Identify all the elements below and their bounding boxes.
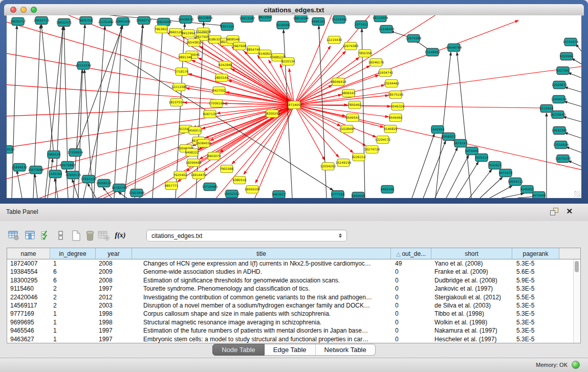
graph-node[interactable]: 11604742 — [378, 69, 394, 77]
table-row[interactable]: 946554611997Estimation of the future num… — [7, 326, 580, 335]
graph-node[interactable]: 9605318 — [79, 17, 93, 25]
graph-node[interactable]: 17957223 — [81, 176, 97, 183]
graph-node[interactable]: 16033809 — [197, 15, 213, 22]
graph-node[interactable]: 15751074 — [563, 38, 579, 46]
graph-node[interactable]: 2718176 — [175, 68, 189, 76]
function-builder-icon[interactable]: f(x) — [114, 229, 127, 242]
graph-node[interactable]: 11548402 — [425, 49, 441, 56]
graph-node[interactable]: 14569117 — [187, 127, 203, 135]
graph-node[interactable]: 8267130 — [203, 111, 217, 118]
network-table-selector[interactable]: citations_edges.txt — [146, 230, 347, 242]
tab-network-table[interactable]: Network Table — [316, 344, 376, 356]
graph-node[interactable]: 8220134 — [281, 58, 295, 65]
graph-node[interactable]: 9806543 — [342, 90, 356, 97]
graph-node[interactable]: 10654112 — [508, 178, 524, 186]
graph-node[interactable]: 2967608 — [233, 42, 247, 50]
graph-node[interactable]: 19565717 — [136, 17, 152, 25]
graph-node[interactable]: 19055717 — [10, 18, 26, 26]
graph-node[interactable]: 9549543 — [346, 114, 360, 122]
new-document-icon[interactable] — [70, 229, 83, 242]
graph-node[interactable]: 8960128 — [169, 29, 183, 36]
close-panel-icon[interactable]: ✕ — [566, 207, 573, 216]
graph-node[interactable]: 8471676 — [499, 169, 513, 177]
graph-node[interactable]: 10653287 — [239, 15, 255, 23]
close-window-button[interactable] — [10, 7, 16, 13]
graph-node[interactable]: 20655715 — [34, 17, 50, 25]
graph-node[interactable]: 10958107 — [96, 180, 112, 187]
select-columns-icon[interactable] — [24, 229, 37, 242]
graph-node[interactable]: 12923448 — [129, 189, 145, 197]
table-row[interactable]: 969969511998Structural magnetic resonanc… — [7, 318, 580, 326]
column-header-out_de[interactable]: △out_de... — [391, 248, 431, 259]
tab-edge-table[interactable]: Edge Table — [265, 344, 316, 356]
graph-node[interactable]: 7625402 — [173, 171, 187, 179]
graph-node[interactable]: 1071912 — [355, 21, 368, 29]
graph-node[interactable]: 6679197 — [454, 140, 468, 147]
table-row[interactable]: 1938455462009Genome-wide association stu… — [7, 268, 580, 276]
vertical-scrollbar[interactable] — [573, 259, 580, 343]
graph-node[interactable]: 12444154 — [551, 96, 567, 103]
graph-node[interactable]: 12974388 — [406, 35, 422, 42]
column-header-name[interactable]: name — [7, 248, 50, 259]
graph-node[interactable]: 7901998 — [220, 165, 234, 173]
table-row[interactable]: 946362711997Embryonic stem cells: a mode… — [7, 335, 580, 343]
graph-node[interactable]: 16648784 — [446, 44, 462, 52]
float-panel-icon[interactable] — [550, 208, 558, 216]
graph-node[interactable]: 18112954 — [373, 15, 388, 22]
graph-node[interactable]: 18046418 — [331, 78, 346, 86]
graph-node[interactable]: 8912954 — [182, 30, 195, 37]
graph-node[interactable]: 15324362 — [332, 16, 347, 24]
graph-node[interactable]: 16914479 — [191, 171, 207, 179]
graph-node[interactable]: 9474448 — [532, 192, 546, 199]
graph-node[interactable]: 8903079 — [207, 152, 221, 160]
column-header-short[interactable]: short — [431, 248, 512, 259]
graph-node[interactable]: 1640954 — [431, 126, 445, 134]
graph-node[interactable]: 18724007 — [287, 101, 302, 109]
graph-node[interactable]: 2935114 — [475, 154, 489, 162]
graph-node[interactable]: 9699695 — [352, 192, 365, 199]
graph-node[interactable]: 9498222 — [185, 149, 199, 157]
graph-node[interactable]: 9218506 — [276, 21, 290, 29]
graph-node[interactable]: 11675333 — [555, 155, 571, 163]
graph-node[interactable]: 15824306 — [156, 18, 172, 26]
graph-node[interactable]: 17359924 — [68, 149, 83, 157]
graph-node[interactable]: 17006166 — [209, 100, 225, 107]
graph-node[interactable]: 10573086 — [28, 166, 44, 174]
graph-node[interactable]: 9465546 — [381, 186, 395, 193]
graph-node[interactable]: 10452102 — [224, 190, 240, 198]
graph-node[interactable]: 9242848 — [219, 61, 232, 69]
graph-node[interactable]: 9857771 — [165, 182, 179, 190]
graph-node[interactable]: 6466161 — [312, 18, 325, 26]
graph-node[interactable]: 9380516 — [233, 177, 247, 184]
tab-node-table[interactable]: Node Table — [212, 344, 265, 356]
table-row[interactable]: 1456911722003Disruption of a novel membe… — [7, 301, 580, 310]
graph-node[interactable]: 7632621 — [488, 162, 502, 169]
graph-node[interactable]: 18300295 — [265, 110, 280, 118]
row-height-icon[interactable] — [54, 229, 68, 242]
column-header-pagerank[interactable]: pagerank — [512, 248, 559, 259]
graph-node[interactable]: 16210643 — [550, 111, 566, 119]
minimize-window-button[interactable] — [20, 7, 27, 13]
graph-node[interactable]: 7963822 — [155, 26, 168, 33]
graph-node[interactable]: 19652371 — [56, 19, 72, 27]
graph-node[interactable]: 21151442 — [98, 18, 114, 26]
graph-node[interactable]: 7850492 — [348, 101, 362, 109]
column-header-title[interactable]: title — [132, 248, 391, 259]
graph-node[interactable]: 15249156 — [336, 159, 352, 167]
graph-node[interactable]: 16046176 — [368, 59, 384, 67]
graph-node[interactable]: 20153346 — [76, 62, 92, 70]
graph-node[interactable]: 16959102 — [245, 186, 260, 193]
network-canvas[interactable]: 1905571720655715196523719605318211514422… — [7, 15, 581, 198]
graph-node[interactable]: 9891346 — [179, 54, 192, 61]
graph-node[interactable]: 18107554 — [169, 99, 185, 106]
resize-grip-icon[interactable] — [574, 191, 580, 197]
graph-node[interactable]: 9546326 — [391, 103, 405, 111]
graph-node[interactable]: 12204172 — [375, 136, 391, 144]
column-header-year[interactable]: year — [96, 248, 132, 259]
graph-node[interactable]: 8427552 — [212, 87, 226, 95]
graph-node[interactable]: 8813054 — [258, 15, 272, 21]
table-row[interactable]: 1872400712008Changes of HCN gene express… — [7, 259, 580, 268]
graph-node[interactable]: 12054202 — [320, 163, 336, 170]
graph-node[interactable]: 18814394 — [293, 15, 309, 23]
graph-node[interactable]: 16099468 — [186, 159, 202, 167]
